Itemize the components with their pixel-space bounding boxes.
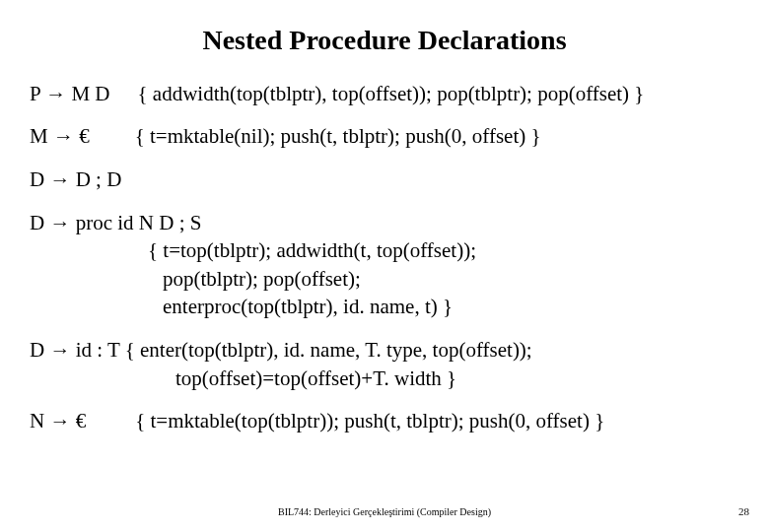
rule-id-line1: top(offset)=top(offset)+T. width } (30, 365, 739, 392)
rule-id: D → id : T { enter(top(tblptr), id. name… (30, 336, 739, 392)
rule-n: N → €{ t=mktable(top(tblptr)); push(t, t… (30, 408, 739, 434)
rule-p: P → M D{ addwidth(top(tblptr), top(offse… (30, 81, 739, 107)
rule-proc-line1: { t=top(tblptr); addwidth(t, top(offset)… (30, 236, 739, 264)
rule-m: M → €{ t=mktable(nil); push(t, tblptr); … (30, 123, 739, 150)
rule-id-head: D → id : T { enter(top(tblptr), id. name… (30, 336, 739, 364)
rule-p-rhs: { addwidth(top(tblptr), top(offset)); po… (138, 82, 645, 105)
rule-proc-line2: pop(tblptr); pop(offset); (30, 265, 739, 293)
footer-text: BIL744: Derleyici Gerçekleştirimi (Compi… (0, 506, 769, 517)
rule-n-rhs: { t=mktable(top(tblptr)); push(t, tblptr… (135, 409, 604, 432)
rule-proc-line3: enterproc(top(tblptr), id. name, t) } (30, 293, 739, 320)
rule-m-lhs: M → € (30, 124, 90, 148)
rule-dd: D → D ; D (30, 166, 739, 193)
slide-title: Nested Procedure Declarations (30, 25, 739, 56)
rule-m-rhs: { t=mktable(nil); push(t, tblptr); push(… (135, 124, 541, 148)
rule-proc-head: D → proc id N D ; S (30, 209, 739, 236)
page-number: 28 (738, 505, 749, 517)
rule-dd-text: D → D ; D (30, 167, 121, 191)
rule-n-lhs: N → € (30, 409, 86, 432)
rule-p-lhs: P → M D (30, 82, 110, 105)
rule-proc: D → proc id N D ; S { t=top(tblptr); add… (30, 209, 739, 320)
